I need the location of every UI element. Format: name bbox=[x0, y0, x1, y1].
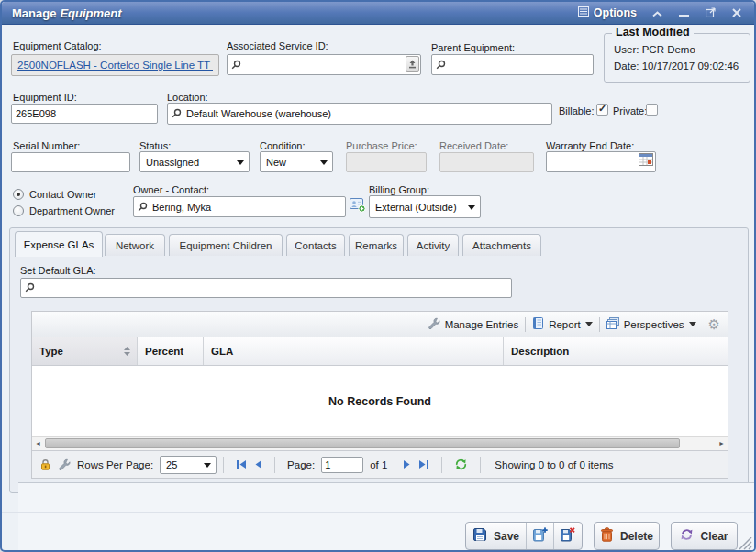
department-owner-option[interactable]: Department Owner bbox=[13, 205, 115, 216]
tab-attachments[interactable]: Attachments bbox=[462, 234, 541, 256]
set-default-gla-input[interactable] bbox=[20, 278, 512, 298]
location-field bbox=[167, 103, 552, 125]
scroll-right-icon[interactable] bbox=[716, 437, 728, 449]
refresh-icon[interactable] bbox=[454, 458, 468, 470]
service-picker-button[interactable] bbox=[406, 56, 419, 72]
grid-body: No Records Found bbox=[32, 366, 728, 436]
parent-equipment-field bbox=[431, 54, 594, 75]
billing-group-select[interactable]: External (Outside) bbox=[369, 195, 481, 218]
column-header-type[interactable]: Type bbox=[32, 337, 138, 365]
chevron-down-icon bbox=[689, 322, 696, 330]
owner-contact-input[interactable] bbox=[133, 196, 346, 217]
horizontal-scrollbar[interactable] bbox=[32, 436, 728, 450]
popout-icon bbox=[706, 5, 716, 21]
owner-contact-field bbox=[133, 196, 346, 217]
location-input[interactable] bbox=[167, 103, 552, 125]
tab-contacts[interactable]: Contacts bbox=[286, 234, 345, 256]
pager-separator bbox=[223, 457, 224, 473]
wrench-icon bbox=[428, 317, 440, 331]
gear-icon[interactable] bbox=[708, 317, 720, 331]
save-icon bbox=[472, 527, 487, 545]
titlebar: ManageEquipment Options bbox=[2, 2, 754, 25]
page-input[interactable] bbox=[321, 457, 363, 473]
pager-separator bbox=[441, 457, 442, 473]
tab-network[interactable]: Network bbox=[105, 234, 165, 256]
column-description-label: Description bbox=[511, 346, 569, 357]
page-of-label: of 1 bbox=[370, 459, 387, 470]
column-header-percent[interactable]: Percent bbox=[138, 337, 204, 365]
serial-number-input[interactable] bbox=[11, 152, 130, 172]
save-button[interactable]: Save bbox=[466, 523, 527, 549]
save-new-icon bbox=[533, 527, 548, 545]
popout-button[interactable] bbox=[704, 6, 717, 20]
report-button[interactable]: Report bbox=[532, 317, 593, 331]
perspectives-button[interactable]: Perspectives bbox=[606, 317, 696, 331]
tab-remarks[interactable]: Remarks bbox=[349, 234, 404, 256]
minimize-button[interactable] bbox=[677, 6, 690, 20]
column-header-gla[interactable]: GLA bbox=[204, 337, 504, 365]
delete-label: Delete bbox=[620, 530, 653, 543]
perspectives-icon bbox=[606, 317, 619, 331]
clear-label: Clear bbox=[700, 530, 728, 543]
delete-button[interactable]: Delete bbox=[594, 522, 660, 550]
clear-icon bbox=[680, 528, 694, 544]
last-modified-user: User: PCR Demo bbox=[614, 44, 695, 55]
billable-checkbox[interactable] bbox=[596, 104, 608, 116]
associated-service-id-input[interactable] bbox=[227, 54, 421, 75]
set-default-gla-label: Set Default GLA: bbox=[20, 265, 96, 276]
empty-message: No Records Found bbox=[328, 395, 431, 408]
parent-equipment-input[interactable] bbox=[431, 54, 594, 75]
equipment-catalog-link[interactable]: 2500NOFLASH - Cortelco Single Line TT D.… bbox=[17, 60, 213, 71]
scroll-left-icon[interactable] bbox=[32, 437, 44, 449]
trash-icon bbox=[600, 527, 614, 545]
add-contact-button[interactable] bbox=[350, 197, 366, 216]
manage-entries-button[interactable]: Manage Entries bbox=[428, 317, 519, 331]
calendar-icon bbox=[639, 152, 653, 170]
lock-icon[interactable] bbox=[39, 458, 51, 470]
resize-grip-icon bbox=[738, 537, 752, 552]
last-page-icon[interactable] bbox=[417, 459, 429, 469]
resize-grip[interactable] bbox=[738, 537, 752, 552]
column-header-description[interactable]: Description bbox=[504, 337, 728, 365]
condition-select[interactable]: New bbox=[260, 151, 333, 172]
options-button[interactable]: Options bbox=[578, 6, 637, 19]
status-value: Unassigned bbox=[146, 157, 199, 168]
clear-button[interactable]: Clear bbox=[671, 522, 738, 550]
tab-expense-glas[interactable]: Expense GLAs bbox=[15, 231, 103, 257]
service-picker-icon bbox=[408, 56, 417, 72]
private-checkbox[interactable] bbox=[646, 104, 658, 116]
warranty-end-date-label: Warranty End Date: bbox=[546, 140, 634, 151]
close-icon bbox=[732, 5, 741, 21]
billable-label: Billable: bbox=[559, 105, 595, 116]
contact-owner-radio[interactable] bbox=[13, 189, 24, 200]
save-close-button[interactable] bbox=[554, 523, 582, 549]
first-page-icon[interactable] bbox=[236, 459, 248, 469]
tab-equipment-children[interactable]: Equipment Children bbox=[169, 234, 283, 256]
equipment-id-input[interactable] bbox=[11, 104, 158, 124]
wrench-icon[interactable] bbox=[58, 458, 71, 470]
close-button[interactable] bbox=[730, 6, 743, 20]
last-modified-panel: Last Modified User: PCR Demo Date: 10/17… bbox=[604, 33, 750, 83]
pager-separator bbox=[628, 457, 628, 473]
save-new-button[interactable] bbox=[527, 523, 554, 549]
column-type-label: Type bbox=[39, 346, 63, 357]
footer-divider bbox=[2, 512, 754, 513]
rows-per-page-select[interactable]: 25 bbox=[160, 456, 217, 474]
showing-items-text: Showing 0 to 0 of 0 items bbox=[495, 459, 613, 470]
condition-label: Condition: bbox=[260, 140, 306, 151]
collapse-button[interactable] bbox=[650, 6, 663, 20]
minimize-icon bbox=[679, 5, 689, 21]
contact-owner-option[interactable]: Contact Owner bbox=[13, 189, 96, 200]
owner-contact-label: Owner - Contact: bbox=[133, 184, 209, 195]
calendar-button[interactable] bbox=[638, 153, 654, 169]
department-owner-radio[interactable] bbox=[13, 205, 24, 216]
grid-toolbar: Manage Entries Report Perspectives bbox=[32, 312, 728, 337]
prev-page-icon[interactable] bbox=[254, 459, 262, 469]
status-select[interactable]: Unassigned bbox=[139, 151, 250, 172]
scrollbar-thumb[interactable] bbox=[45, 438, 680, 448]
options-list-icon bbox=[578, 6, 589, 19]
tab-activity[interactable]: Activity bbox=[407, 234, 459, 256]
next-page-icon[interactable] bbox=[403, 459, 411, 469]
column-percent-label: Percent bbox=[145, 346, 183, 357]
toolbar-separator bbox=[599, 317, 600, 332]
